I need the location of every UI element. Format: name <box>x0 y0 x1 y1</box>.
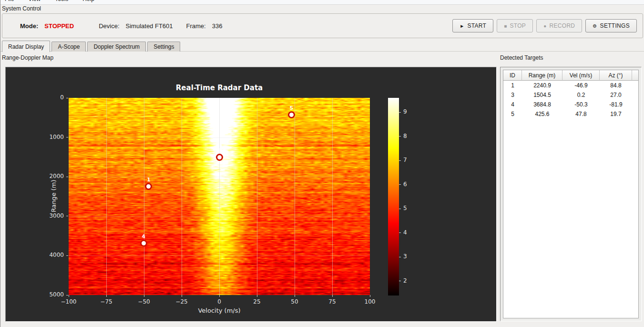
stop-icon: ■ <box>504 23 507 29</box>
table-cell-filler <box>632 100 638 109</box>
table-row[interactable]: 12240.9-46.984.8 <box>503 81 638 90</box>
x-tick-mark <box>295 295 295 297</box>
table-cell-filler <box>632 90 638 100</box>
table-cell: 1504.5 <box>522 90 562 100</box>
frame-label: Frame: <box>186 22 206 30</box>
colorbar-tick-label: 2 <box>403 277 407 284</box>
table-cell: 1 <box>503 81 522 90</box>
table-row[interactable]: 5425.647.819.7 <box>503 109 638 119</box>
x-tick-mark <box>370 295 370 297</box>
target-id-label: 1 <box>147 177 151 183</box>
x-tick-mark <box>257 295 257 297</box>
table-cell-filler <box>632 109 638 119</box>
colorbar-tick-mark <box>399 281 401 281</box>
target-marker <box>140 240 147 247</box>
colorbar-tick-label: 3 <box>403 253 407 260</box>
table-cell: 5 <box>503 109 522 119</box>
table-cell: 47.8 <box>562 109 600 119</box>
colorbar-tick-label: 4 <box>403 229 407 236</box>
y-tick-label: 1000 <box>38 134 64 140</box>
x-tick-label: 100 <box>358 298 382 305</box>
column-header-az[interactable]: Az (°) <box>600 70 632 81</box>
system-control-group-title: System Control <box>2 5 41 12</box>
target-marker <box>216 154 223 161</box>
record-button[interactable]: ● RECORD <box>536 19 582 32</box>
table-cell-filler <box>632 81 638 90</box>
colorbar <box>388 98 399 295</box>
table-cell: -81.9 <box>600 100 632 109</box>
play-icon: ► <box>460 23 464 29</box>
table-cell: 84.8 <box>600 81 632 90</box>
x-axis-label: Velocity (m/s) <box>69 307 370 314</box>
column-header-vel[interactable]: Vel (m/s) <box>562 70 600 81</box>
y-tick-label: 5000 <box>38 291 64 298</box>
detected-targets-label: Detected Targets <box>500 54 543 61</box>
y-tick-mark <box>66 295 68 295</box>
mode-label: Mode: <box>20 22 38 30</box>
x-tick-mark <box>144 295 144 297</box>
colorbar-tick-mark <box>399 136 401 137</box>
y-tick-mark <box>66 98 68 98</box>
stop-button[interactable]: ■ STOP <box>497 19 533 32</box>
target-id-label: 5 <box>289 105 293 111</box>
column-header-filler <box>632 70 638 81</box>
x-tick-label: 75 <box>320 298 344 305</box>
x-tick-label: 25 <box>245 298 269 305</box>
x-tick-label: −100 <box>57 298 81 305</box>
menu-help[interactable]: Help <box>82 0 95 3</box>
menu-file[interactable]: File <box>4 0 15 3</box>
record-dot-icon: ● <box>543 23 546 29</box>
table-cell: 0.2 <box>562 90 600 100</box>
y-tick-label: 4000 <box>38 252 64 258</box>
device-value: Simulated FT601 <box>126 22 173 30</box>
colorbar-tick-mark <box>399 160 401 161</box>
y-tick-mark <box>66 177 68 177</box>
x-tick-mark <box>332 295 333 297</box>
table-row[interactable]: 43684.8-50.3-81.9 <box>503 100 638 109</box>
tab-doppler-spectrum[interactable]: Doppler Spectrum <box>87 42 146 52</box>
start-button[interactable]: ► START <box>452 19 493 32</box>
table-cell: 425.6 <box>522 109 562 119</box>
target-id-label: 3 <box>218 148 222 154</box>
plot-title: Real-Time Radar Data <box>69 84 370 92</box>
y-tick-label: 3000 <box>38 212 64 219</box>
tab-a-scope[interactable]: A-Scope <box>51 42 86 52</box>
table-cell: 3684.8 <box>522 100 562 109</box>
settings-button[interactable]: ⚙ SETTINGS <box>585 19 637 32</box>
x-tick-label: −50 <box>132 298 156 305</box>
x-tick-mark <box>219 295 220 297</box>
menu-tools[interactable]: Tools <box>54 0 69 3</box>
x-tick-label: 50 <box>283 298 307 305</box>
tab-settings[interactable]: Settings <box>147 42 180 52</box>
colorbar-tick-mark <box>399 112 401 113</box>
colorbar-tick-mark <box>399 184 401 185</box>
system-control-group: Mode: STOPPED Device: Simulated FT601 Fr… <box>2 13 643 38</box>
range-doppler-plot-panel: Real-Time Radar Data Velocity (m/s) Rang… <box>5 67 497 322</box>
table-cell: 3 <box>503 90 522 100</box>
colorbar-tick-label: 5 <box>403 205 407 211</box>
x-tick-label: −25 <box>170 298 194 305</box>
tab-radar-display[interactable]: Radar Display <box>2 41 50 52</box>
y-tick-mark <box>66 216 68 216</box>
y-tick-label: 2000 <box>38 173 64 179</box>
table-row[interactable]: 31504.50.227.0 <box>503 90 638 100</box>
mode-value: STOPPED <box>44 22 74 30</box>
column-header-range[interactable]: Range (m) <box>522 70 562 81</box>
table-cell: -46.9 <box>562 81 600 90</box>
device-label: Device: <box>99 22 119 30</box>
table-cell: 4 <box>503 100 522 109</box>
detected-targets-panel: ID Range (m) Vel (m/s) Az (°) 12240.9-46… <box>500 67 642 321</box>
range-doppler-map-label: Range-Doppler Map <box>2 54 53 61</box>
column-header-id[interactable]: ID <box>503 70 522 81</box>
frame-value: 336 <box>212 22 223 30</box>
target-marker <box>288 111 295 118</box>
table-cell: 19.7 <box>600 109 632 119</box>
colorbar-tick-label: 6 <box>403 181 407 188</box>
table-cell: -50.3 <box>562 100 600 109</box>
targets-table: ID Range (m) Vel (m/s) Az (°) 12240.9-46… <box>503 70 639 318</box>
menu-view[interactable]: View <box>27 0 41 3</box>
target-id-label: 4 <box>142 233 145 240</box>
x-tick-mark <box>182 295 182 297</box>
table-cell: 27.0 <box>600 90 632 100</box>
radar-app-window: File View Tools Help System Control Mode… <box>0 0 644 327</box>
